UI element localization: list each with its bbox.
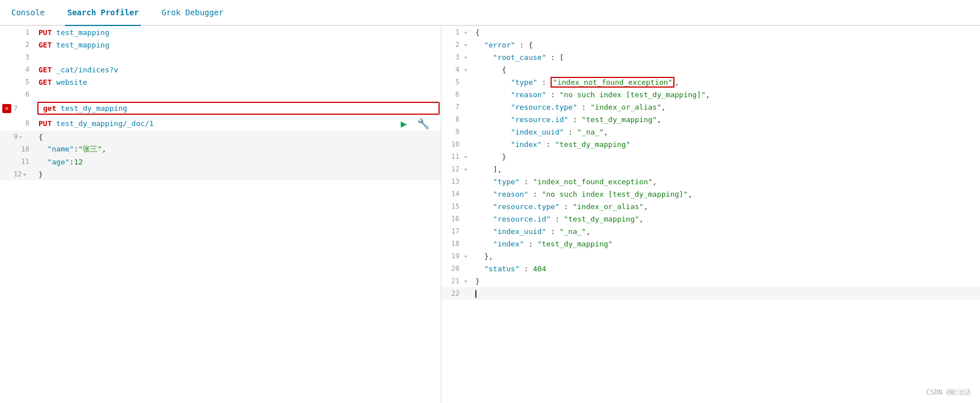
json-content-22 (473, 289, 980, 298)
json-line-13: 13 "type" : "index_not_found_exception", (441, 175, 980, 188)
json-line-10: 10 "index" : "test_dy_mapping" (441, 138, 980, 150)
json-line-3: 3 ▾ "root_cause" : [ (441, 51, 980, 63)
json-content-13: "type" : "index_not_found_exception", (473, 177, 980, 186)
code-line-11: 11 "age":12 (0, 155, 441, 168)
tab-grok-debugger[interactable]: Grok Debugger (159, 0, 226, 26)
error-icon-line7: ✕ (2, 104, 11, 113)
json-fold-11[interactable]: ▾ (464, 154, 473, 160)
json-fold-9 (464, 129, 473, 135)
json-linenum-15: 15 (441, 202, 464, 210)
json-fold-8 (464, 116, 473, 123)
json-fold-15 (464, 203, 473, 210)
top-navigation: Console Search Profiler Grok Debugger (0, 0, 980, 26)
json-line-6: 6 "reason" : "no such index [test_dy_map… (441, 88, 980, 101)
json-output[interactable]: 1 ▾ { 2 ▾ "error" : { 3 ▾ "root_cause" :… (441, 26, 980, 403)
json-line-20: 20 "status" : 404 (441, 262, 980, 275)
json-fold-12[interactable]: ▾ (464, 166, 473, 172)
json-linenum-20: 20 (441, 265, 464, 272)
json-line-11: 11 ▾ } (441, 150, 980, 163)
code-line-12: 12▾ } (0, 168, 441, 180)
json-linenum-8: 8 (441, 115, 464, 123)
json-fold-13 (464, 179, 473, 185)
json-line-14: 14 "reason" : "no such index [test_dy_ma… (441, 188, 980, 200)
line-content-12: } (36, 170, 441, 179)
line-num-1: 1 (14, 28, 36, 36)
line-content-2: GET test_mapping (36, 41, 441, 49)
code-editor[interactable]: 1 PUT test_mapping 2 GET test_mapping 3 … (0, 26, 441, 403)
json-linenum-19: 19 (441, 252, 464, 260)
json-linenum-10: 10 (441, 140, 464, 148)
tab-console[interactable]: Console (9, 0, 47, 26)
line-content-11: "age":12 (36, 158, 441, 166)
line-num-11: 11 (14, 158, 36, 166)
code-line-2: 2 GET test_mapping (0, 38, 441, 51)
json-content-20: "status" : 404 (473, 265, 980, 273)
settings-button[interactable]: 🔧 (417, 118, 429, 129)
json-fold-16 (464, 216, 473, 222)
line-content-7[interactable]: get test_dy_mapping (37, 102, 440, 115)
json-fold-1[interactable]: ▾ (464, 29, 473, 36)
line-content-9: { (36, 133, 441, 141)
json-fold-19[interactable]: ▾ (464, 253, 473, 259)
json-fold-18 (464, 241, 473, 247)
json-line-7: 7 "resource.type" : "index_or_alias", (441, 101, 980, 113)
json-linenum-5: 5 (441, 78, 464, 86)
fold-arrow-12[interactable]: ▾ (23, 171, 26, 177)
json-linenum-7: 7 (441, 103, 464, 111)
watermark: CSDN @欧治话 (926, 388, 971, 397)
code-line-9: 9▾ { (0, 131, 441, 143)
line-num-9: 9▾ (14, 133, 36, 141)
json-linenum-4: 4 (441, 66, 464, 73)
json-content-2: "error" : { (473, 41, 980, 49)
json-content-17: "index_uuid" : "_na_", (473, 227, 980, 236)
json-fold-21[interactable]: ▾ (464, 278, 473, 284)
line-num-5: 5 (14, 78, 36, 86)
json-line-18: 18 "index" : "test_dy_mapping" (441, 237, 980, 250)
code-line-4: 4 GET _cat/indices?v (0, 63, 441, 76)
line-num-2: 2 (14, 41, 36, 49)
json-fold-17 (464, 228, 473, 235)
json-content-12: ], (473, 165, 980, 174)
line-num-3: 3 (14, 53, 36, 61)
json-content-19: }, (473, 252, 980, 261)
json-content-5: "type" : "index_not_found_exception", (473, 78, 980, 86)
json-fold-3[interactable]: ▾ (464, 54, 473, 60)
tab-search-profiler[interactable]: Search Profiler (65, 0, 141, 26)
fold-arrow-9[interactable]: ▾ (19, 134, 22, 140)
left-editor-panel: 1 PUT test_mapping 2 GET test_mapping 3 … (0, 26, 441, 403)
json-content-7: "resource.type" : "index_or_alias", (473, 103, 980, 111)
json-content-9: "index_uuid" : "_na_", (473, 128, 980, 136)
line-content-10: "name":"张三", (36, 144, 441, 154)
json-linenum-13: 13 (441, 177, 464, 185)
json-content-11: } (473, 153, 980, 161)
json-line-16: 16 "resource.id" : "test_dy_mapping", (441, 213, 980, 225)
json-line-22: 22 (441, 287, 980, 300)
json-fold-7 (464, 104, 473, 110)
line-num-12: 12▾ (14, 170, 36, 178)
code-line-8: 8 PUT test_dy_mapping/_doc/1 ▶ 🔧 (0, 116, 441, 131)
json-linenum-22: 22 (441, 289, 464, 297)
line-num-8: 8 (14, 119, 36, 127)
json-fold-4[interactable]: ▾ (464, 67, 473, 73)
json-fold-2[interactable]: ▾ (464, 42, 473, 48)
json-content-4: { (473, 66, 980, 74)
json-line-1: 1 ▾ { (441, 26, 980, 38)
line-content-1: PUT test_mapping (36, 28, 441, 37)
run-button[interactable]: ▶ (401, 118, 407, 129)
json-content-21: } (473, 277, 980, 285)
json-fold-22 (464, 291, 473, 297)
main-layout: 1 PUT test_mapping 2 GET test_mapping 3 … (0, 26, 980, 403)
json-line-17: 17 "index_uuid" : "_na_", (441, 225, 980, 237)
json-line-21: 21 ▾ } (441, 275, 980, 287)
json-fold-6 (464, 92, 473, 98)
json-line-15: 15 "resource.type" : "index_or_alias", (441, 200, 980, 213)
json-linenum-9: 9 (441, 128, 464, 136)
json-linenum-21: 21 (441, 277, 464, 285)
json-linenum-16: 16 (441, 215, 464, 223)
json-content-6: "reason" : "no such index [test_dy_mappi… (473, 90, 980, 99)
code-line-6: 6 (0, 88, 441, 101)
json-fold-20 (464, 266, 473, 272)
code-line-1: 1 PUT test_mapping (0, 26, 441, 38)
json-fold-14 (464, 191, 473, 197)
line-num-7: 7 (14, 101, 36, 115)
